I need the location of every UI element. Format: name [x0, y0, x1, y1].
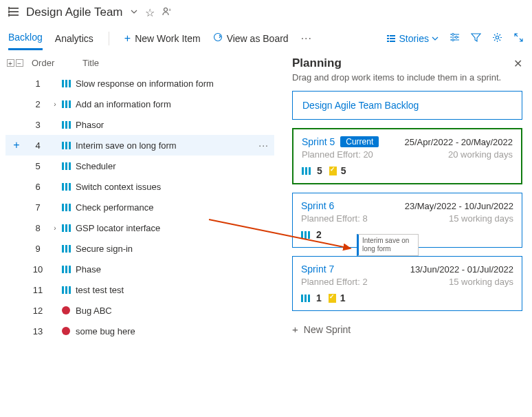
- user-story-icon: [62, 204, 71, 211]
- row-order: 6: [27, 182, 48, 192]
- work-item-title[interactable]: some bug here: [76, 326, 274, 336]
- row-order: 10: [27, 264, 48, 275]
- sprint-dates: 13/Jun/2022 - 01/Jul/2022: [410, 264, 513, 275]
- collapse-all-icon[interactable]: [16, 59, 23, 67]
- backlog-row[interactable]: 9Secure sign-in: [5, 238, 274, 259]
- svg-rect-4: [8, 10, 10, 13]
- backlog-level-selector[interactable]: Stories: [386, 33, 439, 44]
- story-count: 5: [317, 165, 322, 176]
- backlog-row[interactable]: +4Interim save on long form···: [5, 135, 274, 156]
- backlog-row[interactable]: 7Check performance: [5, 197, 274, 217]
- user-story-icon: [62, 224, 71, 232]
- close-planning-button[interactable]: ✕: [513, 57, 522, 70]
- more-actions-button[interactable]: ···: [301, 32, 312, 45]
- tab-analytics[interactable]: Analytics: [55, 28, 93, 50]
- work-item-title[interactable]: Secure sign-in: [76, 244, 274, 254]
- backlog-drop-target[interactable]: Design Agile Team Backlog: [292, 91, 522, 120]
- backlog-row[interactable]: 10Phase: [5, 259, 274, 279]
- svg-rect-0: [9, 8, 19, 9]
- svg-rect-2: [9, 14, 19, 16]
- grid-header: Order Title: [5, 52, 274, 73]
- new-sprint-button[interactable]: + New Sprint: [292, 319, 522, 339]
- work-item-title[interactable]: Phasor: [76, 120, 274, 130]
- planning-title: Planning: [292, 56, 342, 70]
- expand-chevron-icon[interactable]: ›: [48, 100, 62, 108]
- work-item-title[interactable]: Scheduler: [76, 161, 274, 171]
- stories-label: Stories: [399, 33, 429, 44]
- user-story-icon: [301, 295, 310, 302]
- user-story-icon: [62, 142, 71, 149]
- favorite-star-icon[interactable]: ☆: [145, 6, 155, 19]
- backlog-row[interactable]: 12Bug ABC: [5, 300, 274, 321]
- backlog-row[interactable]: 13some bug here: [5, 321, 274, 341]
- row-order: 3: [27, 120, 48, 130]
- sprint-name[interactable]: Sprint 6: [301, 200, 334, 211]
- user-story-icon: [62, 80, 71, 87]
- view-as-board-label: View as Board: [227, 33, 289, 44]
- user-story-icon: [62, 162, 71, 170]
- work-item-title[interactable]: Switch context issues: [76, 182, 274, 192]
- svg-point-15: [452, 33, 454, 35]
- view-options-icon[interactable]: [450, 32, 460, 45]
- work-item-title[interactable]: Bug ABC: [76, 306, 274, 316]
- expand-all-icon[interactable]: [7, 59, 14, 67]
- expand-chevron-icon[interactable]: ›: [48, 224, 62, 232]
- work-item-title[interactable]: Check performance: [76, 202, 274, 213]
- backlog-row[interactable]: 5Scheduler: [5, 156, 274, 176]
- working-days: 15 working days: [449, 277, 513, 287]
- task-count: 5: [341, 165, 346, 176]
- view-as-board-button[interactable]: View as Board: [213, 32, 289, 44]
- bug-icon: [62, 327, 70, 335]
- svg-point-8: [214, 34, 221, 41]
- user-story-icon: [302, 167, 311, 175]
- backlog-row[interactable]: 1Slow response on information form: [5, 73, 274, 94]
- team-dropdown-chevron[interactable]: [130, 8, 138, 18]
- work-item-title[interactable]: test test test: [76, 285, 274, 295]
- backlog-row[interactable]: 8›GSP locator interface: [5, 217, 274, 238]
- new-work-item-label: New Work Item: [135, 33, 200, 44]
- board-icon: [213, 32, 223, 44]
- backlog-row[interactable]: 11test test test: [5, 279, 274, 300]
- user-story-icon: [62, 245, 71, 253]
- plus-icon: +: [292, 323, 298, 335]
- backlog-row[interactable]: 3Phasor: [5, 114, 274, 135]
- backlog-row[interactable]: 6Switch context issues: [5, 176, 274, 197]
- sprint-name[interactable]: Sprint 5: [302, 136, 335, 147]
- work-item-title[interactable]: Slow response on information form: [76, 78, 274, 89]
- row-order: 4: [27, 140, 48, 151]
- planning-subtitle: Drag and drop work items to include them…: [292, 72, 522, 83]
- planned-effort: Planned Effort: 2: [301, 277, 368, 287]
- add-child-icon[interactable]: +: [13, 139, 19, 151]
- work-item-title[interactable]: Interim save on long form: [76, 140, 274, 151]
- new-work-item-button[interactable]: + New Work Item: [124, 32, 201, 45]
- tab-backlog[interactable]: Backlog: [8, 26, 43, 50]
- svg-point-6: [164, 8, 167, 11]
- sprint-counts: 11: [301, 292, 513, 303]
- row-more-actions[interactable]: ···: [258, 140, 269, 151]
- backlog-row[interactable]: 2›Add an information form: [5, 94, 274, 114]
- column-order[interactable]: Order: [29, 58, 70, 68]
- svg-point-18: [496, 36, 498, 39]
- team-name[interactable]: Design Agile Team: [26, 6, 123, 19]
- filter-icon[interactable]: [471, 32, 481, 45]
- fullscreen-icon[interactable]: [513, 32, 524, 45]
- sprint-card[interactable]: Sprint 713/Jun/2022 - 01/Jul/2022Planned…: [292, 256, 522, 311]
- column-title[interactable]: Title: [70, 58, 99, 68]
- row-order: 5: [27, 161, 48, 171]
- backlog-nav-icon: [8, 6, 19, 19]
- sprint-counts: 55: [302, 165, 513, 176]
- svg-point-16: [456, 36, 458, 38]
- work-item-title[interactable]: GSP locator interface: [76, 223, 274, 233]
- svg-rect-5: [8, 14, 10, 17]
- row-order: 2: [27, 99, 48, 109]
- sprint-name[interactable]: Sprint 7: [301, 264, 334, 275]
- sprint-card[interactable]: Sprint 5Current25/Apr/2022 - 20/May/2022…: [292, 128, 522, 184]
- team-members-icon[interactable]: +: [162, 6, 173, 19]
- planned-effort: Planned Effort: 8: [301, 213, 368, 224]
- work-item-title[interactable]: Add an information form: [76, 99, 274, 109]
- row-order: 13: [27, 326, 48, 336]
- work-item-title[interactable]: Phase: [76, 264, 274, 275]
- row-order: 7: [27, 202, 48, 213]
- task-icon: [329, 294, 336, 303]
- settings-gear-icon[interactable]: [492, 32, 502, 45]
